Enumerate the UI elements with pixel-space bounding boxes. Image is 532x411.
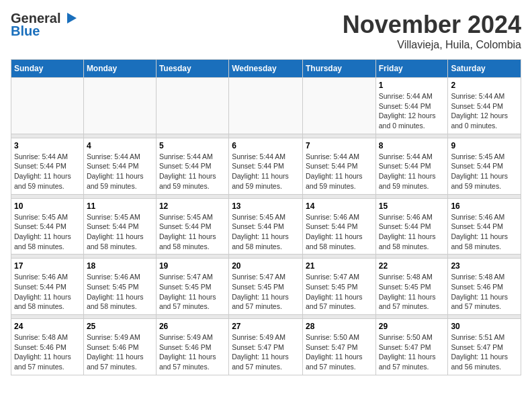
day-info: Sunrise: 5:48 AMSunset: 5:46 PMDaylight:… [451, 272, 518, 312]
header-tuesday: Tuesday [156, 60, 228, 78]
calendar-cell: 17Sunrise: 5:46 AMSunset: 5:44 PMDayligh… [11, 259, 84, 315]
calendar-cell: 13Sunrise: 5:45 AMSunset: 5:44 PMDayligh… [229, 198, 303, 255]
calendar-cell: 27Sunrise: 5:49 AMSunset: 5:47 PMDayligh… [229, 319, 303, 375]
day-number: 18 [87, 261, 153, 271]
calendar-cell: 28Sunrise: 5:50 AMSunset: 5:47 PMDayligh… [302, 319, 375, 375]
day-info: Sunrise: 5:49 AMSunset: 5:47 PMDaylight:… [232, 332, 300, 372]
day-info: Sunrise: 5:46 AMSunset: 5:45 PMDaylight:… [87, 272, 153, 312]
day-info: Sunrise: 5:48 AMSunset: 5:45 PMDaylight:… [379, 272, 445, 312]
calendar-cell: 10Sunrise: 5:45 AMSunset: 5:44 PMDayligh… [11, 198, 84, 255]
svg-marker-0 [67, 13, 77, 24]
calendar-cell: 7Sunrise: 5:44 AMSunset: 5:44 PMDaylight… [302, 138, 375, 194]
day-info: Sunrise: 5:49 AMSunset: 5:46 PMDaylight:… [159, 332, 226, 372]
calendar-cell: 25Sunrise: 5:49 AMSunset: 5:46 PMDayligh… [83, 319, 156, 375]
day-number: 21 [306, 261, 373, 271]
day-info: Sunrise: 5:44 AMSunset: 5:44 PMDaylight:… [451, 91, 518, 131]
day-number: 14 [306, 201, 373, 211]
calendar-cell: 19Sunrise: 5:47 AMSunset: 5:45 PMDayligh… [156, 259, 228, 315]
calendar-cell: 30Sunrise: 5:51 AMSunset: 5:47 PMDayligh… [448, 319, 521, 375]
day-info: Sunrise: 5:48 AMSunset: 5:46 PMDaylight:… [14, 332, 81, 372]
calendar-week-row: 3Sunrise: 5:44 AMSunset: 5:44 PMDaylight… [11, 138, 521, 194]
day-number: 29 [379, 322, 445, 331]
calendar-cell: 11Sunrise: 5:45 AMSunset: 5:44 PMDayligh… [83, 198, 156, 255]
calendar-cell: 15Sunrise: 5:46 AMSunset: 5:44 PMDayligh… [375, 198, 448, 255]
calendar-week-row: 17Sunrise: 5:46 AMSunset: 5:44 PMDayligh… [11, 259, 521, 315]
day-number: 10 [14, 201, 81, 211]
day-info: Sunrise: 5:44 AMSunset: 5:44 PMDaylight:… [14, 152, 81, 191]
day-info: Sunrise: 5:47 AMSunset: 5:45 PMDaylight:… [159, 272, 226, 312]
day-number: 30 [451, 322, 518, 331]
calendar-cell: 5Sunrise: 5:44 AMSunset: 5:44 PMDaylight… [156, 138, 228, 194]
calendar-cell [156, 78, 228, 134]
day-info: Sunrise: 5:47 AMSunset: 5:45 PMDaylight:… [232, 272, 300, 312]
day-number: 4 [87, 141, 153, 150]
day-info: Sunrise: 5:46 AMSunset: 5:44 PMDaylight:… [306, 212, 373, 252]
day-number: 9 [451, 141, 518, 150]
day-number: 16 [451, 201, 518, 211]
day-info: Sunrise: 5:45 AMSunset: 5:44 PMDaylight:… [87, 212, 153, 252]
logo-blue: Blue [11, 24, 40, 39]
calendar-cell: 23Sunrise: 5:48 AMSunset: 5:46 PMDayligh… [448, 259, 521, 315]
calendar-cell: 18Sunrise: 5:46 AMSunset: 5:45 PMDayligh… [83, 259, 156, 315]
calendar-cell: 3Sunrise: 5:44 AMSunset: 5:44 PMDaylight… [11, 138, 84, 194]
day-info: Sunrise: 5:46 AMSunset: 5:44 PMDaylight:… [379, 212, 445, 252]
calendar-cell: 16Sunrise: 5:46 AMSunset: 5:44 PMDayligh… [448, 198, 521, 255]
calendar-cell: 26Sunrise: 5:49 AMSunset: 5:46 PMDayligh… [156, 319, 228, 375]
day-number: 17 [14, 261, 81, 271]
calendar-table: Sunday Monday Tuesday Wednesday Thursday… [11, 59, 521, 375]
calendar-cell: 21Sunrise: 5:47 AMSunset: 5:45 PMDayligh… [302, 259, 375, 315]
day-info: Sunrise: 5:44 AMSunset: 5:44 PMDaylight:… [379, 152, 445, 191]
header-sunday: Sunday [11, 60, 84, 78]
calendar-cell: 8Sunrise: 5:44 AMSunset: 5:44 PMDaylight… [375, 138, 448, 194]
day-number: 27 [232, 322, 300, 331]
day-number: 13 [232, 201, 300, 211]
day-number: 2 [451, 81, 518, 90]
calendar-cell: 29Sunrise: 5:50 AMSunset: 5:47 PMDayligh… [375, 319, 448, 375]
header-saturday: Saturday [448, 60, 521, 78]
day-number: 1 [379, 81, 445, 90]
day-number: 19 [159, 261, 226, 271]
calendar-week-row: 24Sunrise: 5:48 AMSunset: 5:46 PMDayligh… [11, 319, 521, 375]
month-title: November 2024 [343, 11, 521, 39]
day-number: 11 [87, 201, 153, 211]
day-number: 12 [159, 201, 226, 211]
calendar-cell [229, 78, 303, 134]
day-info: Sunrise: 5:50 AMSunset: 5:47 PMDaylight:… [306, 332, 373, 372]
day-info: Sunrise: 5:45 AMSunset: 5:44 PMDaylight:… [159, 212, 226, 252]
day-info: Sunrise: 5:44 AMSunset: 5:44 PMDaylight:… [306, 152, 373, 191]
calendar-cell: 6Sunrise: 5:44 AMSunset: 5:44 PMDaylight… [229, 138, 303, 194]
calendar-cell: 4Sunrise: 5:44 AMSunset: 5:44 PMDaylight… [83, 138, 156, 194]
calendar-cell [302, 78, 375, 134]
day-info: Sunrise: 5:44 AMSunset: 5:44 PMDaylight:… [159, 152, 226, 191]
day-info: Sunrise: 5:45 AMSunset: 5:44 PMDaylight:… [232, 212, 300, 252]
day-number: 6 [232, 141, 300, 150]
calendar-week-row: 10Sunrise: 5:45 AMSunset: 5:44 PMDayligh… [11, 198, 521, 255]
calendar-cell [11, 78, 84, 134]
day-info: Sunrise: 5:44 AMSunset: 5:44 PMDaylight:… [87, 152, 153, 191]
day-number: 26 [159, 322, 226, 331]
calendar-header-row: Sunday Monday Tuesday Wednesday Thursday… [11, 60, 521, 78]
day-number: 28 [306, 322, 373, 331]
day-number: 15 [379, 201, 445, 211]
calendar-week-row: 1Sunrise: 5:44 AMSunset: 5:44 PMDaylight… [11, 78, 521, 134]
calendar-cell: 1Sunrise: 5:44 AMSunset: 5:44 PMDaylight… [375, 78, 448, 134]
header-thursday: Thursday [302, 60, 375, 78]
day-info: Sunrise: 5:47 AMSunset: 5:45 PMDaylight:… [306, 272, 373, 312]
day-number: 22 [379, 261, 445, 271]
location-subtitle: Villavieja, Huila, Colombia [343, 39, 521, 51]
calendar-cell: 14Sunrise: 5:46 AMSunset: 5:44 PMDayligh… [302, 198, 375, 255]
calendar-cell: 2Sunrise: 5:44 AMSunset: 5:44 PMDaylight… [448, 78, 521, 134]
day-number: 25 [87, 322, 153, 331]
day-info: Sunrise: 5:46 AMSunset: 5:44 PMDaylight:… [14, 272, 81, 312]
day-number: 7 [306, 141, 373, 150]
day-info: Sunrise: 5:50 AMSunset: 5:47 PMDaylight:… [379, 332, 445, 372]
day-number: 24 [14, 322, 81, 331]
logo-icon [62, 13, 77, 25]
calendar-cell: 9Sunrise: 5:45 AMSunset: 5:44 PMDaylight… [448, 138, 521, 194]
day-info: Sunrise: 5:45 AMSunset: 5:44 PMDaylight:… [14, 212, 81, 252]
calendar-cell: 20Sunrise: 5:47 AMSunset: 5:45 PMDayligh… [229, 259, 303, 315]
day-number: 3 [14, 141, 81, 150]
day-info: Sunrise: 5:51 AMSunset: 5:47 PMDaylight:… [451, 332, 518, 372]
calendar-cell [83, 78, 156, 134]
day-info: Sunrise: 5:44 AMSunset: 5:44 PMDaylight:… [379, 91, 445, 131]
